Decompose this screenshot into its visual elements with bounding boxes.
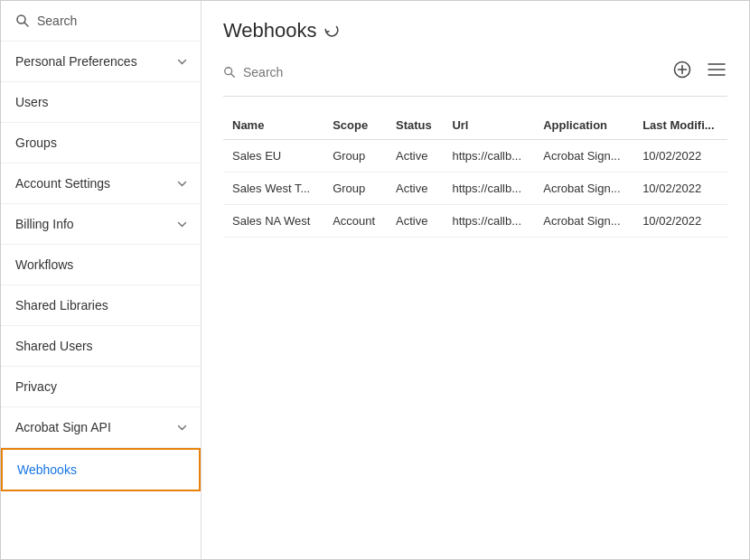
sidebar-item-account-settings[interactable]: Account Settings — [1, 163, 201, 204]
cell-1-application: Acrobat Sign... — [534, 173, 633, 205]
cell-0-last_modified: 10/02/2022 — [633, 140, 727, 173]
chevron-down-icon-account-settings — [174, 178, 188, 189]
cell-2-last_modified: 10/02/2022 — [633, 205, 727, 238]
cell-1-last_modified: 10/02/2022 — [633, 173, 727, 205]
toolbar-actions — [671, 59, 727, 85]
refresh-icon[interactable] — [324, 24, 339, 39]
cell-0-url: https://callb... — [443, 140, 534, 173]
webhooks-toolbar — [223, 59, 727, 97]
page-title-area: Webhooks — [223, 19, 727, 42]
main-content: Webhooks — [202, 1, 749, 559]
webhook-search-bar[interactable] — [223, 65, 671, 79]
cell-0-status: Active — [387, 140, 443, 173]
table-row[interactable]: Sales West T...GroupActivehttps://callb.… — [223, 173, 727, 205]
sidebar-item-label-acrobat-sign-api: Acrobat Sign API — [15, 420, 111, 434]
sidebar-nav: Personal PreferencesUsersGroupsAccount S… — [1, 42, 201, 491]
table-row[interactable]: Sales EUGroupActivehttps://callb...Acrob… — [223, 140, 727, 173]
add-webhook-button[interactable] — [671, 59, 693, 85]
cell-2-status: Active — [387, 205, 443, 238]
sidebar-search[interactable]: Search — [1, 1, 201, 42]
chevron-down-icon-personal-preferences — [174, 56, 188, 67]
sidebar: Search Personal PreferencesUsersGroupsAc… — [1, 1, 202, 560]
col-header-0: Name — [223, 111, 323, 140]
cell-2-url: https://callb... — [443, 205, 534, 238]
cell-0-application: Acrobat Sign... — [534, 140, 633, 173]
col-header-3: Url — [443, 111, 534, 140]
cell-0-name: Sales EU — [223, 140, 323, 173]
sidebar-item-label-billing-info: Billing Info — [15, 217, 74, 231]
sidebar-item-label-webhooks: Webhooks — [17, 462, 77, 477]
svg-line-3 — [231, 73, 235, 77]
page-title: Webhooks — [223, 19, 317, 42]
webhooks-table: NameScopeStatusUrlApplicationLast Modifi… — [223, 111, 727, 238]
table-body: Sales EUGroupActivehttps://callb...Acrob… — [223, 140, 727, 238]
sidebar-item-webhooks[interactable]: Webhooks — [1, 448, 201, 491]
toolbar-search-icon — [223, 66, 236, 79]
col-header-2: Status — [387, 111, 443, 140]
sidebar-search-label: Search — [37, 14, 77, 28]
cell-2-name: Sales NA West — [223, 205, 323, 238]
sidebar-item-acrobat-sign-api[interactable]: Acrobat Sign API — [1, 407, 201, 448]
sidebar-item-label-workflows: Workflows — [15, 257, 73, 272]
sidebar-item-groups[interactable]: Groups — [1, 123, 201, 163]
sidebar-item-users[interactable]: Users — [1, 82, 201, 123]
filter-menu-button[interactable] — [706, 61, 727, 83]
sidebar-item-label-account-settings: Account Settings — [15, 176, 110, 191]
cell-1-url: https://callb... — [443, 173, 534, 205]
cell-2-application: Acrobat Sign... — [534, 205, 633, 238]
cell-1-scope: Group — [323, 173, 387, 205]
cell-0-scope: Group — [323, 140, 387, 173]
sidebar-item-personal-preferences[interactable]: Personal Preferences — [1, 42, 201, 82]
sidebar-item-shared-users[interactable]: Shared Users — [1, 326, 201, 367]
sidebar-item-workflows[interactable]: Workflows — [1, 245, 201, 285]
webhook-search-input[interactable] — [243, 65, 424, 79]
table-header: NameScopeStatusUrlApplicationLast Modifi… — [223, 111, 727, 140]
cell-1-status: Active — [387, 173, 443, 205]
col-header-1: Scope — [323, 111, 387, 140]
chevron-down-icon-billing-info — [174, 219, 188, 229]
col-header-5: Last Modifi... — [633, 111, 727, 140]
sidebar-item-shared-libraries[interactable]: Shared Libraries — [1, 285, 201, 326]
cell-1-name: Sales West T... — [223, 173, 323, 205]
sidebar-item-privacy[interactable]: Privacy — [1, 367, 201, 407]
sidebar-item-label-users: Users — [15, 95, 49, 109]
search-icon — [15, 14, 30, 28]
sidebar-item-label-shared-libraries: Shared Libraries — [15, 298, 108, 313]
sidebar-item-label-groups: Groups — [15, 135, 57, 150]
chevron-down-icon-acrobat-sign-api — [174, 422, 188, 433]
sidebar-item-label-personal-preferences: Personal Preferences — [15, 54, 137, 69]
svg-line-1 — [24, 23, 28, 26]
cell-2-scope: Account — [323, 205, 387, 238]
sidebar-item-billing-info[interactable]: Billing Info — [1, 204, 201, 245]
sidebar-item-label-privacy: Privacy — [15, 379, 57, 394]
sidebar-item-label-shared-users: Shared Users — [15, 339, 93, 353]
col-header-4: Application — [534, 111, 633, 140]
table-row[interactable]: Sales NA WestAccountActivehttps://callb.… — [223, 205, 727, 238]
